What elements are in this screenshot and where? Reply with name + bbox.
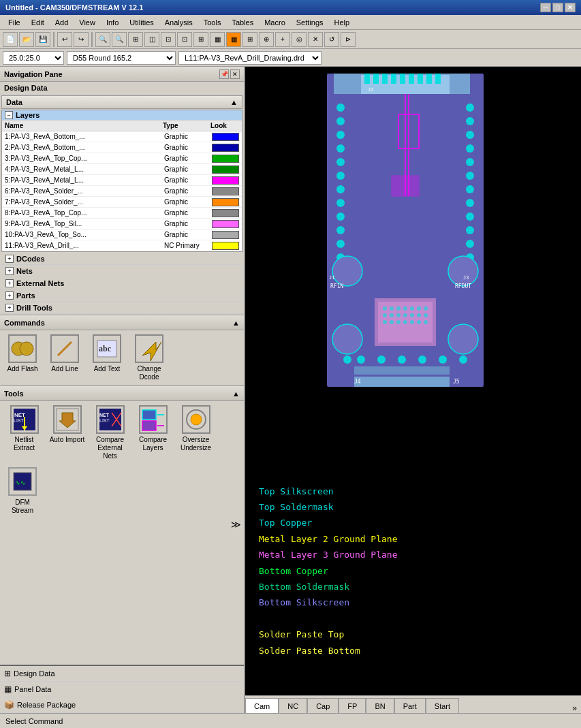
tab-cap[interactable]: Cap: [307, 698, 339, 713]
minimize-button[interactable]: ─: [540, 3, 551, 12]
layers-expand-icon[interactable]: −: [5, 111, 13, 119]
dfm-stream-button[interactable]: ∿∿ DFM Stream: [5, 467, 40, 515]
layer-row-6[interactable]: 6:PA-V3_RevA_Solder_...Graphic: [2, 186, 242, 197]
tb-btn-11[interactable]: ✕: [308, 32, 323, 47]
scroll-right-button[interactable]: »: [568, 703, 581, 713]
tool-netlist-extract[interactable]: NETLISTNetlist Extract: [5, 405, 43, 460]
layer-name-4: 4:PA-V3_RevA_Metal_L...: [2, 165, 161, 173]
tb-btn-13[interactable]: ⊳: [341, 32, 356, 47]
zoom-select[interactable]: 25.0:25.0: [3, 51, 64, 65]
menu-analysis[interactable]: Analysis: [159, 16, 198, 29]
cmd-add-line[interactable]: Add Line: [48, 334, 82, 381]
tab-fp[interactable]: FP: [339, 698, 366, 713]
menu-edit[interactable]: Edit: [26, 16, 50, 29]
expand-item-dcodes[interactable]: +DCodes: [1, 253, 242, 265]
tb-btn-10[interactable]: ◎: [292, 32, 307, 47]
tab-start[interactable]: Start: [426, 698, 459, 713]
new-button[interactable]: 📄: [3, 32, 18, 47]
menu-utilities[interactable]: Utilities: [124, 16, 159, 29]
menu-view[interactable]: View: [74, 16, 101, 29]
tb-btn-9[interactable]: +: [275, 32, 290, 47]
nav-release-package[interactable]: 📦 Release Package: [0, 697, 244, 713]
tb-btn-2[interactable]: ⊡: [161, 32, 176, 47]
tool-compare-layers[interactable]: Compare Layers: [134, 405, 172, 460]
expand-btn-dcodes[interactable]: +: [5, 255, 14, 263]
menu-file[interactable]: File: [3, 16, 26, 29]
layer-row-2[interactable]: 2:PA-V3_RevA_Bottom_...Graphic: [2, 142, 242, 153]
cmd-add-text[interactable]: abcAdd Text: [90, 334, 124, 381]
tool-oversize-undersize[interactable]: Oversize Undersize: [177, 405, 215, 460]
expand-btn-nets[interactable]: +: [5, 267, 14, 275]
redo-button[interactable]: ↪: [74, 32, 89, 47]
tb-btn-1[interactable]: ◫: [144, 32, 159, 47]
layer-row-10[interactable]: 10:PA-V3_RevA_Top_So...Graphic: [2, 230, 242, 240]
expand-item-parts[interactable]: +Parts: [1, 289, 242, 302]
tb-btn-5[interactable]: ▦: [210, 32, 225, 47]
undo-button[interactable]: ↩: [57, 32, 72, 47]
file-select[interactable]: L11:PA-V3_RevA_Drill_Drawing.drd: [178, 51, 321, 65]
svg-text:abc: abc: [99, 344, 112, 353]
menu-macro[interactable]: Macro: [259, 16, 291, 29]
layer-row-3[interactable]: 3:PA-V3_RevA_Top_Cop...Graphic: [2, 153, 242, 164]
svg-point-31: [336, 131, 345, 139]
layer-row-7[interactable]: 7:PA-V3_RevA_Solder_...Graphic: [2, 197, 242, 208]
tb-btn-6[interactable]: ▦: [226, 32, 241, 47]
tb-btn-7[interactable]: ⊞: [242, 32, 257, 47]
expand-btn-drill-tools[interactable]: +: [5, 304, 14, 312]
zoom-in-button[interactable]: 🔍: [95, 32, 110, 47]
tools-header[interactable]: Tools ▲: [0, 386, 244, 401]
svg-marker-5: [142, 342, 161, 361]
tab-part[interactable]: Part: [394, 698, 426, 713]
zoom-fit-button[interactable]: ⊞: [128, 32, 143, 47]
tb-btn-12[interactable]: ↺: [324, 32, 339, 47]
nav-design-data[interactable]: ⊞ Design Data: [0, 666, 244, 682]
tool-compare-external-nets[interactable]: NETLISTCompare External Nets: [91, 405, 129, 460]
cmd-add-flash[interactable]: Add Flash: [5, 334, 40, 381]
data-section-header[interactable]: Data ▲: [1, 95, 242, 109]
menu-info[interactable]: Info: [101, 16, 124, 29]
layer-swatch-7: [212, 198, 239, 206]
nav-panel-data[interactable]: ▦ Panel Data: [0, 682, 244, 697]
layers-header[interactable]: − Layers: [2, 110, 242, 121]
layer-type-6: Graphic: [161, 187, 209, 195]
expand-btn-external-nets[interactable]: +: [5, 279, 14, 287]
close-button[interactable]: ✕: [565, 3, 576, 12]
expand-right-button[interactable]: ≫: [231, 519, 241, 530]
expand-item-nets[interactable]: +Nets: [1, 265, 242, 277]
layer-row-11[interactable]: 11:PA-V3_RevA_Drill_...NC Primary: [2, 240, 242, 251]
commands-header[interactable]: Commands ▲: [0, 315, 244, 330]
open-button[interactable]: 📂: [19, 32, 34, 47]
svg-point-81: [383, 306, 387, 311]
tab-cam[interactable]: Cam: [245, 698, 279, 713]
zoom-out-button[interactable]: 🔍: [112, 32, 127, 47]
tab-bn[interactable]: BN: [366, 698, 394, 713]
svg-text:LIST: LIST: [99, 418, 110, 423]
layer-row-1[interactable]: 1:PA-V3_RevA_Bottom_...Graphic: [2, 131, 242, 142]
menu-tools[interactable]: Tools: [198, 16, 227, 29]
tb-btn-8[interactable]: ⊕: [259, 32, 274, 47]
cmd-change-dcode[interactable]: Change Dcode: [132, 334, 166, 381]
menu-tables[interactable]: Tables: [226, 16, 259, 29]
layer-row-5[interactable]: 5:PA-V3_RevA_Metal_L...Graphic: [2, 175, 242, 186]
maximize-button[interactable]: □: [552, 3, 563, 12]
expand-btn-parts[interactable]: +: [5, 291, 14, 300]
tab-nc[interactable]: NC: [279, 698, 307, 713]
layer-row-9[interactable]: 9:PA-V3_RevA_Top_Sil...Graphic: [2, 219, 242, 230]
tool-auto-import[interactable]: Auto Import: [48, 405, 86, 460]
tb-btn-3[interactable]: ⊡: [177, 32, 192, 47]
menu-add[interactable]: Add: [50, 16, 74, 29]
nav-close-button[interactable]: ✕: [230, 69, 240, 79]
svg-rect-65: [409, 74, 414, 84]
layer-row-4[interactable]: 4:PA-V3_RevA_Metal_L...Graphic: [2, 164, 242, 175]
svg-text:∿∿: ∿∿: [15, 479, 26, 486]
expand-item-external-nets[interactable]: +External Nets: [1, 277, 242, 289]
legend-spacer: [259, 611, 574, 627]
menu-help[interactable]: Help: [329, 16, 356, 29]
expand-item-drill-tools[interactable]: +Drill Tools: [1, 302, 242, 314]
tb-btn-4[interactable]: ⊞: [193, 32, 208, 47]
save-button[interactable]: 💾: [35, 32, 50, 47]
layer-row-8[interactable]: 8:PA-V3_RevA_Top_Cop...Graphic: [2, 208, 242, 219]
dcode-select[interactable]: D55 Round 165.2: [67, 51, 176, 65]
nav-pin-button[interactable]: 📌: [219, 69, 229, 79]
menu-settings[interactable]: Settings: [291, 16, 329, 29]
